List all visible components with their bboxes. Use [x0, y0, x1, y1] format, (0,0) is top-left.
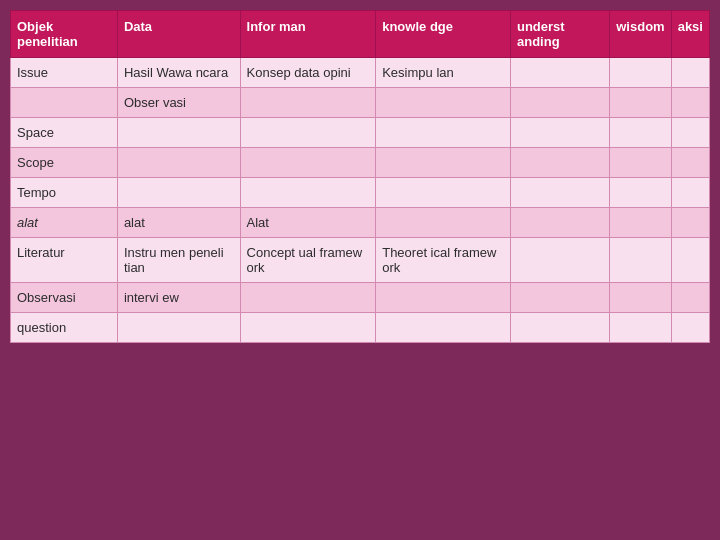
table-header-row: Objek penelitian Data Infor man knowle d…: [11, 11, 710, 58]
cell-understanding: [510, 148, 609, 178]
table-row: Tempo: [11, 178, 710, 208]
cell-knowledge: [376, 118, 511, 148]
cell-knowledge: [376, 283, 511, 313]
header-infor-man: Infor man: [240, 11, 376, 58]
cell-aksi: [671, 88, 709, 118]
cell-wisdom: [610, 148, 671, 178]
table-row: alatalatAlat: [11, 208, 710, 238]
main-table-wrapper: Objek penelitian Data Infor man knowle d…: [10, 10, 710, 343]
cell-infor_man: [240, 88, 376, 118]
table-row: Obser vasi: [11, 88, 710, 118]
cell-data: intervi ew: [117, 283, 240, 313]
cell-wisdom: [610, 118, 671, 148]
cell-objek: Space: [11, 118, 118, 148]
cell-wisdom: [610, 283, 671, 313]
header-wisdom: wisdom: [610, 11, 671, 58]
table-row: Space: [11, 118, 710, 148]
table-row: Observasiintervi ew: [11, 283, 710, 313]
cell-infor_man: Concept ual framew ork: [240, 238, 376, 283]
cell-knowledge: [376, 313, 511, 343]
cell-aksi: [671, 238, 709, 283]
cell-data: Hasil Wawa ncara: [117, 58, 240, 88]
cell-understanding: [510, 313, 609, 343]
cell-wisdom: [610, 88, 671, 118]
cell-objek: Observasi: [11, 283, 118, 313]
cell-understanding: [510, 208, 609, 238]
cell-infor_man: [240, 178, 376, 208]
cell-data: [117, 178, 240, 208]
table-row: IssueHasil Wawa ncaraKonsep data opiniKe…: [11, 58, 710, 88]
table-row: question: [11, 313, 710, 343]
header-data: Data: [117, 11, 240, 58]
cell-aksi: [671, 118, 709, 148]
cell-infor_man: Konsep data opini: [240, 58, 376, 88]
cell-wisdom: [610, 208, 671, 238]
cell-data: Instru men peneli tian: [117, 238, 240, 283]
cell-aksi: [671, 283, 709, 313]
cell-aksi: [671, 148, 709, 178]
cell-data: [117, 313, 240, 343]
cell-wisdom: [610, 313, 671, 343]
cell-objek: Scope: [11, 148, 118, 178]
header-knowledge: knowle dge: [376, 11, 511, 58]
cell-wisdom: [610, 238, 671, 283]
table-row: LiteraturInstru men peneli tianConcept u…: [11, 238, 710, 283]
table-row: Scope: [11, 148, 710, 178]
cell-objek: question: [11, 313, 118, 343]
research-table: Objek penelitian Data Infor man knowle d…: [10, 10, 710, 343]
cell-objek: alat: [11, 208, 118, 238]
cell-objek: Issue: [11, 58, 118, 88]
cell-knowledge: [376, 88, 511, 118]
cell-knowledge: Kesimpu lan: [376, 58, 511, 88]
cell-objek: [11, 88, 118, 118]
cell-aksi: [671, 58, 709, 88]
cell-understanding: [510, 118, 609, 148]
cell-understanding: [510, 178, 609, 208]
cell-knowledge: [376, 148, 511, 178]
cell-knowledge: Theoret ical framew ork: [376, 238, 511, 283]
cell-aksi: [671, 208, 709, 238]
cell-aksi: [671, 178, 709, 208]
cell-data: [117, 118, 240, 148]
cell-objek: Literatur: [11, 238, 118, 283]
cell-infor_man: [240, 313, 376, 343]
header-aksi: aksi: [671, 11, 709, 58]
cell-infor_man: [240, 283, 376, 313]
cell-knowledge: [376, 208, 511, 238]
cell-wisdom: [610, 58, 671, 88]
cell-data: [117, 148, 240, 178]
cell-understanding: [510, 88, 609, 118]
cell-knowledge: [376, 178, 511, 208]
cell-aksi: [671, 313, 709, 343]
cell-data: Obser vasi: [117, 88, 240, 118]
cell-infor_man: Alat: [240, 208, 376, 238]
cell-infor_man: [240, 118, 376, 148]
header-understanding: underst anding: [510, 11, 609, 58]
cell-understanding: [510, 283, 609, 313]
cell-data: alat: [117, 208, 240, 238]
cell-wisdom: [610, 178, 671, 208]
cell-objek: Tempo: [11, 178, 118, 208]
header-objek: Objek penelitian: [11, 11, 118, 58]
cell-understanding: [510, 238, 609, 283]
cell-infor_man: [240, 148, 376, 178]
cell-understanding: [510, 58, 609, 88]
